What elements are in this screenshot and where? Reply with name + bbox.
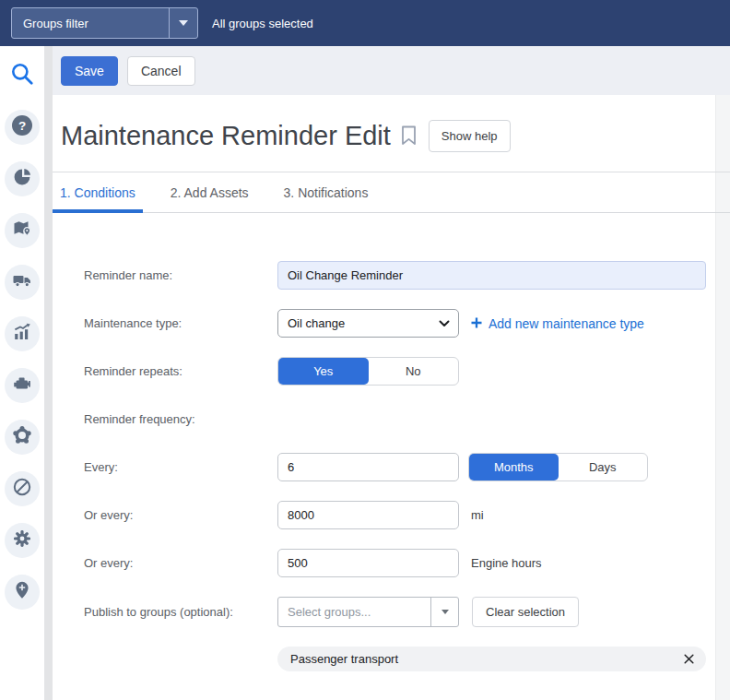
conditions-form: Reminder name: Maintenance type: Oil cha…	[53, 213, 730, 671]
title-row: Maintenance Reminder Edit Show help	[53, 95, 730, 172]
or-every-hours-row: Or every: Engine hours	[84, 549, 730, 577]
publish-groups-row: Publish to groups (optional): Select gro…	[84, 597, 730, 627]
chip-indent	[84, 647, 277, 671]
sidebar-item-restrictions[interactable]	[5, 471, 40, 506]
unit-days-option[interactable]: Days	[559, 454, 648, 481]
top-bar: Groups filter All groups selected	[0, 0, 730, 46]
every-label: Every:	[84, 460, 277, 474]
chart-icon	[12, 322, 32, 346]
tab-add-assets[interactable]: 2. Add Assets	[163, 172, 256, 212]
unit-months-option[interactable]: Months	[469, 454, 559, 481]
chevron-down-icon	[442, 610, 449, 614]
show-help-button[interactable]: Show help	[429, 120, 511, 152]
reminder-name-row: Reminder name:	[84, 261, 730, 290]
clear-selection-button[interactable]: Clear selection	[472, 597, 579, 627]
sidebar-item-maintenance[interactable]	[5, 368, 40, 403]
groups-select-placeholder: Select groups...	[278, 605, 430, 619]
sidebar-nav: ?	[0, 46, 44, 700]
sidebar-item-reports[interactable]	[5, 161, 40, 196]
chevron-down-icon	[439, 316, 450, 330]
group-chip: Passenger transport	[277, 647, 706, 671]
tab-bar: 1. Conditions 2. Add Assets 3. Notificat…	[53, 172, 730, 213]
reminder-repeats-row: Reminder repeats: Yes No	[84, 357, 730, 386]
group-chip-label: Passenger transport	[290, 652, 684, 666]
bookmark-icon[interactable]	[401, 125, 417, 146]
action-toolbar: Save Cancel	[53, 46, 730, 95]
sidebar-item-search[interactable]	[5, 58, 40, 93]
maintenance-type-row: Maintenance type: Oil change Add new mai…	[84, 309, 730, 338]
sidebar-divider-strip	[44, 46, 53, 700]
tab-conditions[interactable]: 1. Conditions	[53, 172, 143, 212]
hours-unit-label: Engine hours	[471, 556, 542, 570]
page-title: Maintenance Reminder Edit	[61, 119, 391, 152]
sidebar-item-help[interactable]: ?	[5, 110, 40, 145]
no-entry-icon	[12, 477, 32, 501]
repeats-no-option[interactable]: No	[369, 358, 459, 385]
groups-filter-label: Groups filter	[12, 17, 169, 30]
groups-selected-status: All groups selected	[212, 17, 313, 30]
groups-filter-dropdown[interactable]: Groups filter	[11, 7, 198, 39]
maintenance-type-value: Oil change	[288, 316, 345, 330]
or-every-distance-input[interactable]	[277, 501, 459, 529]
remove-group-icon[interactable]	[684, 654, 694, 664]
maintenance-type-label: Maintenance type:	[84, 316, 277, 330]
help-icon: ?	[11, 114, 33, 140]
svg-text:?: ?	[18, 119, 26, 133]
add-maintenance-type-label: Add new maintenance type	[489, 316, 644, 331]
sidebar-item-apps[interactable]	[5, 420, 40, 455]
reminder-name-label: Reminder name:	[84, 268, 277, 282]
hub-gear-icon	[12, 425, 32, 449]
every-row: Every: Months Days	[84, 453, 730, 481]
main-panel: Save Cancel Maintenance Reminder Edit Sh…	[53, 46, 730, 700]
every-value-input[interactable]	[277, 453, 459, 481]
save-button[interactable]: Save	[61, 56, 118, 86]
or-every-distance-label: Or every:	[84, 508, 277, 522]
reminder-repeats-label: Reminder repeats:	[84, 364, 277, 378]
or-every-distance-row: Or every: mi	[84, 501, 730, 529]
add-maintenance-type-link[interactable]: Add new maintenance type	[471, 316, 644, 331]
maintenance-type-select[interactable]: Oil change	[277, 309, 459, 338]
plus-icon	[471, 316, 482, 331]
or-every-hours-label: Or every:	[84, 556, 277, 570]
cancel-button[interactable]: Cancel	[127, 56, 195, 86]
publish-groups-label: Publish to groups (optional):	[84, 605, 277, 619]
groups-filter-arrow-button[interactable]	[170, 20, 197, 26]
location-pin-icon	[12, 580, 32, 604]
distance-unit-label: mi	[471, 508, 484, 522]
every-unit-toggle: Months Days	[468, 453, 648, 481]
groups-select-arrow-button[interactable]	[431, 610, 458, 614]
repeats-yes-option[interactable]: Yes	[278, 358, 369, 385]
gear-icon	[12, 528, 32, 552]
sidebar-item-fleet[interactable]	[5, 265, 40, 300]
sidebar-item-dashboard[interactable]	[5, 316, 40, 351]
app-shell: ?	[0, 46, 730, 700]
sidebar-item-map[interactable]	[5, 213, 40, 248]
reminder-name-input[interactable]	[277, 261, 706, 290]
tab-notifications[interactable]: 3. Notifications	[277, 172, 376, 212]
sidebar-item-location[interactable]	[5, 575, 40, 610]
map-icon	[12, 219, 32, 243]
reminder-frequency-label: Reminder frequency:	[84, 412, 277, 426]
groups-select-dropdown[interactable]: Select groups...	[277, 597, 459, 627]
engine-icon	[12, 374, 32, 397]
sidebar-item-settings[interactable]	[5, 523, 40, 558]
selected-groups-row: Passenger transport	[84, 647, 730, 671]
search-icon	[9, 61, 35, 90]
or-every-hours-input[interactable]	[277, 549, 459, 577]
reminder-frequency-row: Reminder frequency:	[84, 405, 730, 433]
pie-chart-icon	[12, 167, 32, 191]
truck-icon	[12, 270, 32, 294]
chevron-down-icon	[179, 20, 188, 26]
reminder-repeats-toggle: Yes No	[277, 357, 459, 386]
